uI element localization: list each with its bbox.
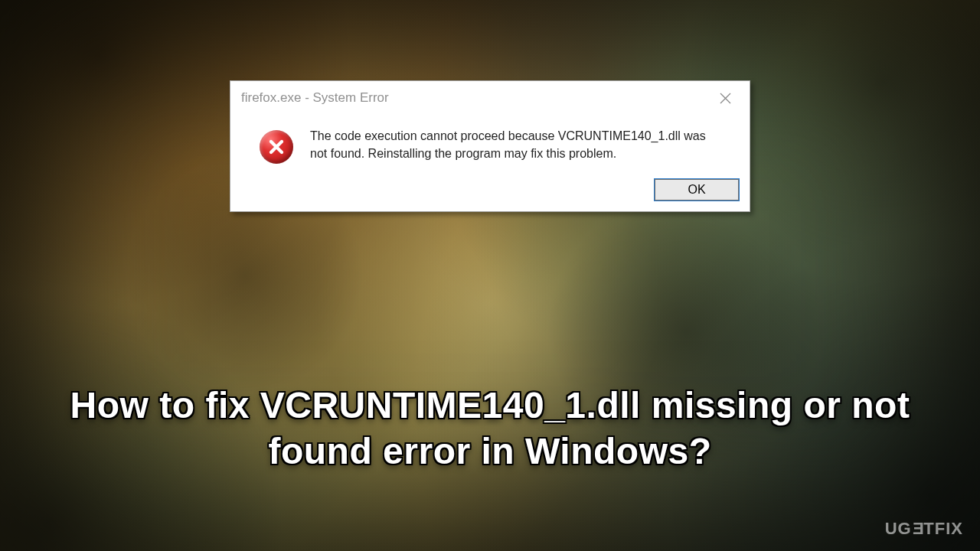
close-icon (720, 93, 731, 104)
headline-text: How to fix VCRUNTIME140_1.dll missing or… (46, 383, 934, 474)
article-headline: How to fix VCRUNTIME140_1.dll missing or… (0, 383, 980, 474)
dialog-message: The code execution cannot proceed becaus… (310, 127, 733, 164)
error-icon-wrap (260, 127, 293, 164)
system-error-dialog: firefox.exe - System Error The code exec… (230, 80, 750, 212)
dialog-titlebar: firefox.exe - System Error (230, 81, 750, 113)
error-icon (260, 130, 293, 164)
close-button[interactable] (710, 87, 740, 109)
watermark-logo: UGETFIX (885, 519, 963, 539)
dialog-footer: OK (230, 174, 750, 211)
ok-button[interactable]: OK (655, 179, 739, 201)
dialog-body: The code execution cannot proceed becaus… (230, 113, 750, 174)
watermark-prefix: UG (885, 519, 912, 538)
dialog-title: firefox.exe - System Error (241, 90, 389, 106)
watermark-suffix: TFIX (923, 519, 963, 538)
watermark-flip-char: E (912, 519, 924, 539)
